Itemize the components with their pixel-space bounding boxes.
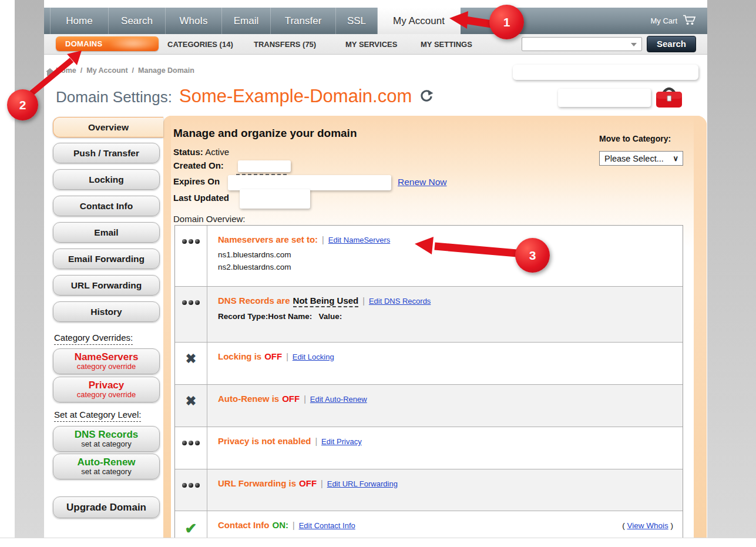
breadcrumb-home[interactable]: Home — [56, 66, 76, 75]
x-status-icon: ✖ — [175, 343, 207, 384]
row-title: Auto-Renew is — [218, 394, 279, 404]
edit-auto-renew-link[interactable]: Edit Auto-Renew — [310, 395, 367, 404]
tab-ssl[interactable]: SSL — [336, 8, 378, 34]
breadcrumb-current: Manage Domain — [138, 66, 194, 75]
right-gutter — [707, 0, 756, 538]
category-select[interactable]: Please Select... ∨ — [599, 151, 683, 166]
set-at-category-label: Set at Category Level: — [54, 410, 141, 422]
tab-my-account[interactable]: My Account — [378, 8, 461, 34]
breadcrumb-my-account[interactable]: My Account — [86, 66, 127, 75]
breadcrumb: Home / My Account / Manage Domain — [56, 66, 194, 75]
annotation-marker-2: 2 — [7, 89, 38, 120]
updated-line: Last Updated — [173, 193, 229, 203]
view-whois-wrap: ( View Whois ) — [622, 521, 677, 530]
tab-search[interactable]: Search — [109, 8, 166, 34]
edit-locking-link[interactable]: Edit Locking — [293, 353, 334, 361]
title-prefix: Domain Settings: — [56, 88, 172, 106]
pipe-separator: | — [304, 394, 306, 404]
page-title: Domain Settings: Some-Example-Domain.com — [56, 86, 434, 107]
tab-email[interactable]: Email — [222, 8, 271, 34]
sidebar-tab-url-forwarding[interactable]: URL Forwarding — [53, 275, 160, 296]
subnav-transfers[interactable]: TRANSFERS (75) — [254, 40, 316, 49]
sidebar-tab-locking[interactable]: Locking — [53, 169, 160, 190]
redacted-expires-date — [228, 175, 391, 190]
paren: ) — [671, 521, 674, 530]
nameserver-2: ns2.bluestardns.com — [218, 261, 677, 273]
redacted-box — [558, 89, 651, 107]
redacted-updated-date — [240, 189, 310, 209]
row-status: OFF — [264, 351, 282, 361]
subnav-categories[interactable]: CATEGORIES (14) — [167, 40, 233, 49]
breadcrumb-separator: / — [132, 66, 134, 75]
category-select-value: Please Select... — [604, 154, 664, 163]
override-title: Privacy — [89, 380, 125, 391]
left-gutter — [15, 0, 44, 538]
subnav-my-services[interactable]: MY SERVICES — [345, 40, 397, 49]
sidebar-tab-push-transfer[interactable]: Push / Transfer — [53, 143, 160, 163]
view-whois-link[interactable]: View Whois — [627, 521, 668, 530]
renew-now-link[interactable]: Renew Now — [398, 177, 447, 187]
pipe-separator: | — [315, 437, 317, 446]
bottom-crop-strip — [0, 538, 756, 547]
tab-transfer[interactable]: Transfer — [271, 8, 336, 34]
marker-number: 2 — [19, 98, 26, 112]
row-dns-records: DNS Records are Not Being Used | Edit DN… — [175, 287, 683, 343]
status-label: Status: — [173, 147, 203, 157]
sub-nav: DOMAINS CATEGORIES (14) TRANSFERS (75) M… — [44, 34, 707, 55]
redacted-created-date — [238, 160, 291, 172]
row-auto-renew: ✖ Auto-Renew is OFF | Edit Auto-Renew — [175, 385, 683, 427]
pipe-separator: | — [321, 479, 323, 488]
marker-number: 1 — [503, 15, 510, 29]
subnav-domains-button[interactable]: DOMAINS — [56, 36, 159, 51]
breadcrumb-separator: / — [80, 66, 82, 75]
top-nav: Home Search WhoIs Email Transfer SSL My … — [44, 8, 707, 34]
category-title: DNS Records — [75, 429, 139, 440]
my-cart[interactable]: My Cart — [651, 8, 708, 34]
toolbox-icon[interactable] — [654, 86, 684, 112]
panel-edge — [163, 116, 171, 538]
sidebar-tab-email[interactable]: Email — [53, 222, 160, 243]
paren: ( — [622, 521, 625, 530]
sidebar-category-auto-renew[interactable]: Auto-Renew set at category — [53, 454, 160, 479]
tab-home[interactable]: Home — [50, 8, 109, 34]
sidebar-tab-overview[interactable]: Overview — [53, 117, 163, 137]
row-title: Contact Info — [218, 520, 270, 530]
category-subtitle: set at category — [81, 468, 131, 476]
tab-whois[interactable]: WhoIs — [166, 8, 222, 34]
row-title: Locking is — [218, 351, 261, 361]
edit-url-forwarding-link[interactable]: Edit URL Forwarding — [327, 479, 398, 488]
sidebar-upgrade-domain-button[interactable]: Upgrade Domain — [53, 496, 160, 518]
domain-settings-page: Home Search WhoIs Email Transfer SSL My … — [0, 0, 756, 547]
row-title: URL Forwarding is — [218, 478, 296, 488]
sidebar-override-privacy[interactable]: Privacy category override — [53, 377, 160, 402]
redacted-box — [513, 65, 698, 80]
dots-status-icon — [175, 226, 207, 286]
status-line: Status: Active — [173, 147, 229, 157]
sidebar-category-dns-records[interactable]: DNS Records set at category — [53, 426, 160, 452]
edit-dns-records-link[interactable]: Edit DNS Records — [369, 297, 431, 306]
row-title: DNS Records are — [218, 296, 290, 306]
subnav-my-settings[interactable]: MY SETTINGS — [421, 40, 472, 49]
combobox-caret-icon[interactable] — [631, 43, 637, 46]
annotation-marker-1: 1 — [489, 5, 524, 39]
search-button[interactable]: Search — [647, 36, 696, 52]
pipe-separator: | — [286, 352, 288, 361]
sidebar-tab-contact-info[interactable]: Contact Info — [53, 196, 160, 216]
edit-nameservers-link[interactable]: Edit NameServers — [328, 236, 390, 244]
row-privacy: Privacy is not enabled | Edit Privacy — [175, 427, 683, 469]
domain-search-combobox[interactable] — [522, 37, 642, 51]
domain-overview-table: Nameservers are set to: | Edit NameServe… — [174, 225, 683, 547]
status-value: Active — [205, 147, 229, 157]
dots-status-icon — [175, 287, 207, 342]
updated-label: Last Updated — [173, 193, 229, 203]
edit-contact-info-link[interactable]: Edit Contact Info — [299, 521, 355, 530]
sidebar-tab-history[interactable]: History — [53, 301, 160, 322]
home-icon — [46, 68, 54, 78]
dns-record-headers: Record Type:Host Name: Value: — [218, 312, 677, 321]
edit-privacy-link[interactable]: Edit Privacy — [321, 437, 362, 446]
sidebar-override-nameservers[interactable]: NameServers category override — [53, 348, 160, 374]
row-status: ON: — [273, 520, 289, 530]
sidebar-tab-email-forwarding[interactable]: Email Forwarding — [53, 249, 160, 269]
annotation-marker-3: 3 — [515, 238, 550, 273]
refresh-icon[interactable] — [419, 88, 434, 106]
